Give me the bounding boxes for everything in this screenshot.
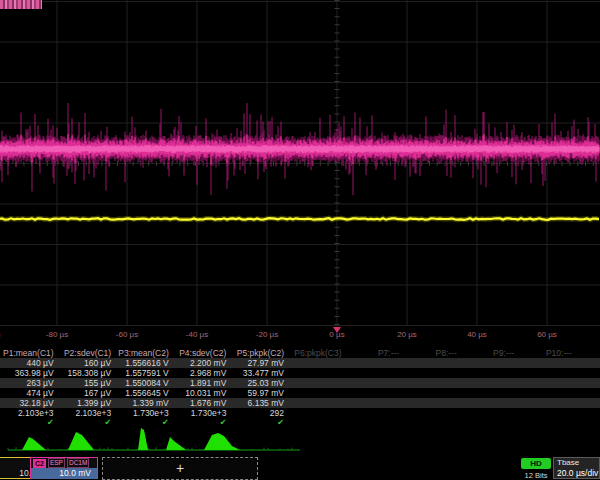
measure-column-header[interactable]: P6:pkpk(C3) [288,348,346,358]
axis-tick-label: -80 µs [46,330,68,339]
measure-cell [403,358,461,368]
measure-cell [518,368,576,378]
histicon-peak [22,437,46,450]
measure-cell: 1.556616 V [115,358,173,368]
measure-cell: 167 µV [58,388,116,398]
measure-cell [461,358,519,368]
measure-cell [518,388,576,398]
measure-cell: ✔ [230,418,288,428]
histicon-peak [166,437,186,450]
measure-cell [403,418,461,428]
measure-row: 363.98 µV158.308 µV1.557591 V2.968 mV33.… [0,368,600,378]
measurement-table: P1:mean(C1)P2:sdev(C1)P3:mean(C2)P4:sdev… [0,348,600,428]
measure-column-header[interactable]: P8:--- [403,348,461,358]
measure-column-header[interactable]: P1:mean(C1) [0,348,58,358]
measure-row: 2.103e+32.103e+31.730e+31.730e+3292 [0,408,600,418]
measure-cell: 1.556645 V [115,388,173,398]
c2-label: C2 [33,459,46,468]
add-trace-button[interactable]: + [102,457,258,480]
status-artifact-badge [0,0,42,9]
measure-cell [461,388,519,398]
hd-mode-badge[interactable]: HD [521,458,551,469]
measure-cell: 2.968 mV [173,368,231,378]
measure-cell [403,378,461,388]
measure-cell: 440 µV [0,358,58,368]
descriptor-bar: C1 DC1M 10.0 mV C2 ESP DC1M 10.0 mV + HD… [0,456,600,480]
measure-cell: 25.03 mV [230,378,288,388]
measure-cell [346,418,404,428]
measure-cell: ✔ [115,418,173,428]
measure-cell [403,398,461,408]
histicon-peak [204,433,240,450]
tbase-label: Tbase [554,458,599,468]
measure-cell [346,408,404,418]
measure-cell [461,398,519,408]
measure-row: 440 µV160 µV1.556616 V2.200 mV27.97 mV [0,358,600,368]
measure-cell: 33.477 mV [230,368,288,378]
measure-cell [518,408,576,418]
measure-cell: 1.399 µV [58,398,116,408]
measure-cell: 59.97 mV [230,388,288,398]
measure-cell [288,398,346,408]
measure-cell: 263 µV [0,378,58,388]
measure-cell: 1.550084 V [115,378,173,388]
measure-cell: 1.557591 V [115,368,173,378]
axis-tick-label: -40 µs [186,330,208,339]
measure-cell: 2.103e+3 [0,408,58,418]
measure-row: 32.18 µV1.399 µV1.339 mV1.676 mV6.135 mV [0,398,600,408]
axis-tick-label: 60 µs [537,330,557,339]
measure-column-header[interactable]: P2:sdev(C1) [58,348,116,358]
timebase-descriptor[interactable]: Tbase 20.0 µs/div [553,457,600,479]
measure-cell: 160 µV [58,358,116,368]
measure-cell [518,398,576,408]
histicon-peak [138,428,148,450]
timebase-axis: -100 µs-80 µs-60 µs-40 µs-20 µs0 µs20 µs… [0,326,600,346]
measure-cell [346,378,404,388]
measure-cell: 292 [230,408,288,418]
measure-cell [518,418,576,428]
measure-column-header[interactable]: P5:pkpk(C2) [230,348,288,358]
measure-cell: 474 µV [0,388,58,398]
measure-cell: ✔ [58,418,116,428]
measure-column-header[interactable]: P7:--- [346,348,404,358]
measure-cell: 363.98 µV [0,368,58,378]
measure-cell: 27.97 mV [230,358,288,368]
measure-cell [288,408,346,418]
measure-cell [461,368,519,378]
measure-cell [346,398,404,408]
c2-volts-per-div[interactable]: 10.0 mV [31,468,97,479]
measure-cell: 158.308 µV [58,368,116,378]
measure-row: 263 µV155 µV1.550084 V1.891 mV25.03 mV [0,378,600,388]
measure-cell [288,388,346,398]
measure-column-header[interactable]: P3:mean(C2) [115,348,173,358]
measure-cell [403,408,461,418]
c2-coupling-tag: DC1M [67,458,89,468]
c2-esp-tag: ESP [48,458,65,468]
measure-cell [346,388,404,398]
axis-tick-label: -60 µs [116,330,138,339]
waveform-grid [0,0,600,326]
measure-column-header[interactable]: P4:sdev(C2) [173,348,231,358]
oscilloscope-screen: -100 µs-80 µs-60 µs-40 µs-20 µs0 µs20 µs… [0,0,600,480]
histicon-peak [68,432,94,450]
measure-cell [403,368,461,378]
measure-header-row: P1:mean(C1)P2:sdev(C1)P3:mean(C2)P4:sdev… [0,348,600,358]
measure-cell [518,358,576,368]
measure-cell: 1.891 mV [173,378,231,388]
axis-tick-label: 20 µs [397,330,417,339]
channel-c2-descriptor[interactable]: C2 ESP DC1M 10.0 mV [30,457,98,479]
measure-cell [288,418,346,428]
measure-cell: 1.730e+3 [173,408,231,418]
measure-column-header[interactable]: P9:--- [461,348,519,358]
measure-cell [346,368,404,378]
trigger-time-marker-icon[interactable] [333,327,341,333]
measure-cell [403,388,461,398]
measure-cell: 1.676 mV [173,398,231,408]
measure-column-header[interactable]: P10:--- [518,348,576,358]
plus-icon: + [176,460,184,476]
measure-cell: 1.339 mV [115,398,173,408]
measure-cell: 2.200 mV [173,358,231,368]
measure-cell [346,358,404,368]
measure-row: 474 µV167 µV1.556645 V10.031 mV59.97 mV [0,388,600,398]
measure-cell: 2.103e+3 [58,408,116,418]
